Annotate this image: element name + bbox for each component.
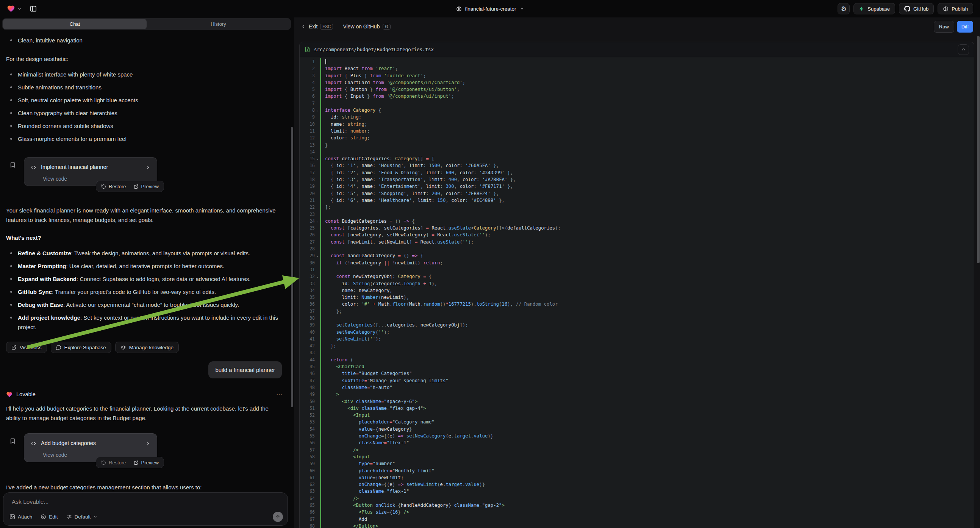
chat-scrollbar[interactable] <box>291 127 293 407</box>
edit-button[interactable]: Edit <box>41 514 57 520</box>
design-bullet-list: Minimalist interface with plenty of whit… <box>6 70 284 143</box>
supabase-button[interactable]: Supabase <box>853 3 895 14</box>
code-line: 59 type="number" <box>300 460 974 467</box>
code-file-header[interactable]: src/components/budget/BudgetCategories.t… <box>300 42 974 57</box>
restore-button[interactable]: Restore <box>97 457 130 468</box>
list-item: Soft, neutral color palette with light b… <box>6 95 284 105</box>
list-item: Expand with Backend: Connect Supabase to… <box>6 274 284 284</box>
project-switcher[interactable]: financial-future-creator <box>456 6 524 12</box>
manage-knowledge-button[interactable]: Manage knowledge <box>115 342 179 353</box>
tab-chat[interactable]: Chat <box>3 19 146 29</box>
code-line: 6import { Input } from '@/components/ui/… <box>300 93 974 100</box>
message-more-button[interactable]: ⋯ <box>276 390 284 399</box>
view-on-github-button[interactable]: View on GitHub G <box>343 24 390 30</box>
project-chevron-down-icon <box>520 6 524 11</box>
code-line: 39 setCategories([...categories, newCate… <box>300 321 974 328</box>
code-line: 31 <box>300 266 974 273</box>
github-button[interactable]: GitHub <box>899 3 934 14</box>
code-line: 37 }; <box>300 308 974 315</box>
summary-paragraph: Your sleek financial planner is now read… <box>6 206 284 224</box>
attach-button[interactable]: Attach <box>10 514 32 520</box>
mode-select[interactable]: Default <box>66 514 98 520</box>
list-item: Glass-morphic elements for a premium fee… <box>6 134 284 143</box>
code-line: 12 color: string; <box>300 134 974 141</box>
code-line: 33 id: String(categories.length + 1), <box>300 280 974 287</box>
assistant-header: Lovable ⋯ <box>6 390 284 399</box>
next-steps-list: Refine & Customize: Tweak the design, an… <box>6 248 284 332</box>
bookmark-icon[interactable] <box>10 438 16 444</box>
code-line: 51 <div className="flex gap-4"> <box>300 405 974 412</box>
code-line: 56 className="flex-1" <box>300 439 974 446</box>
raw-toggle-button[interactable]: Raw <box>934 21 954 33</box>
diff-toggle-button[interactable]: Diff <box>957 21 973 33</box>
code-view-panel: Exit ESC View on GitHub G Raw Diff src/c… <box>294 17 980 528</box>
logo-chevron-down-icon[interactable] <box>18 7 22 11</box>
exit-button[interactable]: Exit ESC <box>301 24 333 30</box>
settings-button[interactable]: ⚙ <box>838 3 850 14</box>
code-icon <box>30 441 37 446</box>
preview-button[interactable]: Preview <box>130 457 162 468</box>
code-line: 48 className="h-auto" <box>300 384 974 391</box>
preview-button[interactable]: Preview <box>130 181 162 192</box>
list-item: Add project knowledge: Set key context o… <box>6 313 284 332</box>
code-line: 7 <box>300 100 974 107</box>
code-line: 58 <Input <box>300 453 974 460</box>
lovable-heart-icon <box>6 391 13 398</box>
explore-supabase-button[interactable]: Explore Supabase <box>51 342 111 353</box>
code-line: 15⌄const defaultCategories: Category[] =… <box>300 155 974 162</box>
code-line: 34 name: newCategory, <box>300 287 974 294</box>
code-line: 43 <box>300 349 974 356</box>
publish-button[interactable]: Publish <box>937 3 973 14</box>
code-line: 11 limit: number; <box>300 128 974 134</box>
code-line: 60 placeholder="Monthly limit" <box>300 468 974 474</box>
restore-button[interactable]: Restore <box>97 181 130 192</box>
sliders-icon <box>66 514 72 520</box>
chevron-right-icon <box>145 441 151 446</box>
code-line: 29⌄ const handleAddCategory = () => { <box>300 252 974 259</box>
github-icon <box>904 6 910 12</box>
code-line: 68 </Button> <box>300 523 974 528</box>
code-line: 3import { Plus } from 'lucide-react'; <box>300 72 974 79</box>
version-card-wrap: Implement financial planner View code Re… <box>10 157 284 197</box>
bookmark-icon[interactable] <box>10 162 16 168</box>
tab-history[interactable]: History <box>146 19 290 29</box>
list-item: GitHub Sync: Transfer your project's cod… <box>6 287 284 297</box>
chevron-left-icon <box>301 24 306 29</box>
code-line: 27 const [newLimit, setNewLimit] = React… <box>300 239 974 245</box>
code-line: 1 <box>300 58 974 65</box>
code-editor[interactable]: 12import React from 'react';3import { Pl… <box>300 57 974 528</box>
restore-icon <box>101 184 106 189</box>
code-line: 17 { id: '2', name: 'Food & Dining', lim… <box>300 169 974 176</box>
external-link-icon <box>11 345 17 350</box>
code-line: 26 const [newCategory, setNewCategory] =… <box>300 231 974 238</box>
external-link-icon <box>134 184 138 189</box>
code-line: 21 { id: '6', name: 'Healthcare', limit:… <box>300 197 974 204</box>
code-line: 22]; <box>300 204 974 211</box>
list-item: Rounded corners and subtle shadows <box>6 121 284 131</box>
code-line: 49 > <box>300 391 974 398</box>
code-line: 66 <Plus size={16} /> <box>300 509 974 515</box>
code-line: 10 name: string; <box>300 121 974 128</box>
sidebar-toggle-icon[interactable] <box>28 3 39 14</box>
version-card-title: Add budget categories <box>41 439 96 448</box>
collapse-file-button[interactable] <box>958 44 969 55</box>
added-intro: I've added a new budget categories manag… <box>6 483 284 490</box>
external-link-icon <box>134 460 138 465</box>
code-icon <box>30 165 37 170</box>
code-line: 4import ChartCard from '@/components/ui/… <box>300 79 974 86</box>
visit-docs-button[interactable]: Visit docs <box>6 342 47 353</box>
lovable-logo-icon[interactable] <box>7 5 15 13</box>
code-line: 32⌄ const newCategoryObj: Category = { <box>300 273 974 280</box>
code-line: 28 <box>300 245 974 252</box>
file-path: src/components/budget/BudgetCategories.t… <box>314 46 434 52</box>
file-added-icon <box>305 46 310 52</box>
code-scrollbar[interactable] <box>977 36 980 263</box>
code-line: 9 id: string; <box>300 114 974 121</box>
chat-messages: Clean, intuitive navigation For the desi… <box>0 32 290 490</box>
send-button[interactable] <box>273 512 283 522</box>
code-line: 20 { id: '5', name: 'Shopping', limit: 2… <box>300 190 974 197</box>
chat-composer[interactable]: Ask Lovable... Attach Edit Default <box>3 492 288 526</box>
code-line: 50 <div className="space-y-6"> <box>300 398 974 405</box>
code-line: 45 <ChartCard <box>300 363 974 370</box>
code-line: 64 /> <box>300 495 974 502</box>
